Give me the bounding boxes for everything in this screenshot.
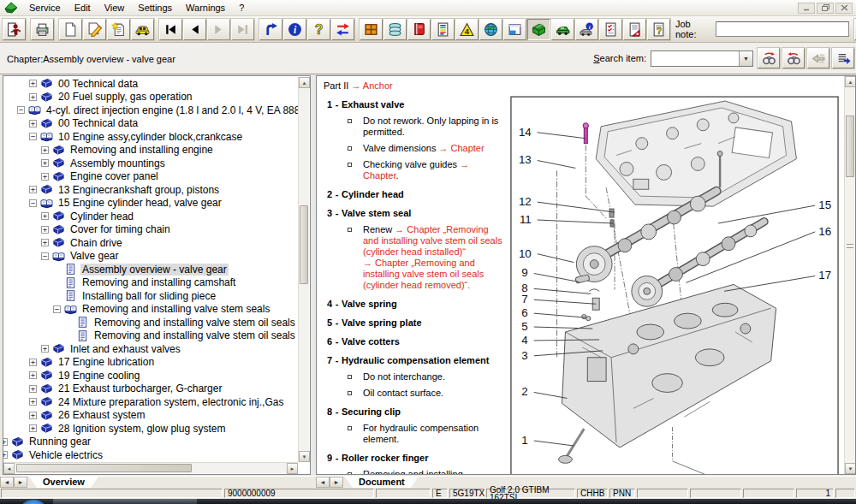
collapse-icon[interactable]: − — [29, 199, 37, 207]
expand-icon[interactable]: + — [29, 398, 37, 406]
scroll-left-icon[interactable]: ◄ — [3, 463, 15, 474]
nav-last-button[interactable] — [231, 19, 254, 40]
new-from-template-button[interactable] — [107, 19, 130, 40]
tree-item[interactable]: Removing and installing valve stem oil s… — [3, 316, 298, 329]
tab-scroll-right-icon[interactable]: ► — [330, 477, 343, 488]
tree-item[interactable]: Removing and installing valve stem oil s… — [3, 329, 298, 343]
scroll-right-icon[interactable]: ► — [287, 463, 298, 474]
tree-item[interactable]: +28 Ignition system, glow plug system — [3, 422, 298, 436]
tree-item[interactable]: Removing and installing camshaft — [3, 276, 298, 290]
expand-icon[interactable]: + — [41, 146, 49, 154]
info-button[interactable]: i — [283, 19, 306, 40]
tree-item[interactable]: −4-cyl. direct injection engine (1.8 l a… — [3, 104, 298, 117]
document-vertical-scrollbar[interactable]: ▲ ▼ — [844, 76, 855, 474]
expand-icon[interactable]: + — [29, 186, 37, 193]
menu-item-[interactable]: ? — [232, 1, 251, 15]
new-document-button[interactable] — [59, 19, 82, 40]
search-combobox[interactable]: ▼ — [651, 50, 753, 67]
restore-button[interactable] — [817, 3, 834, 14]
edit-document-button[interactable] — [83, 19, 106, 40]
expand-icon[interactable]: + — [41, 239, 49, 246]
start-button-icon[interactable] — [19, 500, 48, 504]
goto-list-button[interactable] — [832, 48, 854, 68]
collapse-icon[interactable]: − — [17, 106, 25, 114]
tree-item[interactable]: +Vehicle electrics — [3, 448, 298, 462]
tab-scroll-right-icon[interactable]: ► — [14, 477, 27, 488]
expand-icon[interactable]: + — [41, 212, 49, 220]
expand-icon[interactable]: + — [3, 438, 8, 446]
tree-item[interactable]: +19 Engine cooling — [3, 369, 298, 382]
tree-item[interactable]: +Cover for timing chain — [3, 223, 298, 237]
green-car-button[interactable] — [551, 19, 574, 40]
scrollbar-thumb[interactable] — [300, 205, 308, 284]
menu-item-service[interactable]: Service — [22, 1, 68, 15]
swap-button[interactable] — [331, 19, 354, 40]
scrollbar-thumb[interactable] — [846, 116, 854, 177]
scrollbar-thumb[interactable] — [16, 464, 192, 472]
menu-item-warnings[interactable]: Warnings — [179, 1, 232, 15]
collapse-icon[interactable]: − — [53, 305, 61, 313]
nav-first-button[interactable] — [159, 19, 182, 40]
taskbar-button[interactable] — [53, 499, 197, 504]
tree-vertical-scrollbar[interactable]: ▲ ▼ — [298, 77, 309, 462]
nav-prev-button[interactable] — [183, 19, 206, 40]
expand-icon[interactable]: + — [29, 424, 37, 432]
document-red-button[interactable] — [623, 19, 646, 40]
expand-icon[interactable]: + — [41, 226, 49, 234]
chapter-link[interactable]: → Chapter — [438, 143, 484, 153]
tree-item[interactable]: +Running gear — [3, 436, 298, 449]
tree-item[interactable]: Installing ball for sliding piece — [3, 289, 298, 303]
history-back-button[interactable] — [807, 48, 829, 68]
workshop-button[interactable] — [527, 19, 550, 40]
windows-taskbar[interactable] — [0, 499, 856, 504]
tree-item[interactable]: +Inlet and exhaust valves — [3, 342, 298, 356]
tree-item[interactable]: +21 Exhaust turbocharger, G-charger — [3, 382, 298, 396]
parts-catalog-button[interactable] — [360, 19, 383, 40]
expand-icon[interactable]: + — [29, 80, 37, 87]
window-button[interactable] — [503, 19, 526, 40]
tree-item[interactable]: +24 Mixture preparation system, electron… — [3, 395, 298, 409]
tree-item[interactable]: −15 Engine cylinder head, valve gear — [3, 197, 298, 210]
close-button[interactable] — [835, 3, 853, 14]
scroll-down-icon[interactable]: ▼ — [299, 451, 310, 462]
minimize-button[interactable] — [798, 3, 815, 14]
expand-icon[interactable]: + — [29, 371, 37, 379]
tree-item[interactable]: −Removing and installing valve stem seal… — [3, 303, 298, 317]
tree-item[interactable]: +Chain drive — [3, 236, 298, 250]
expand-icon[interactable]: + — [41, 159, 49, 167]
tree-item[interactable]: +Assembly mountings — [3, 157, 298, 170]
combobox-dropdown-icon[interactable]: ▼ — [739, 51, 752, 66]
tree-item[interactable]: +20 Fuel supply, gas operation — [3, 91, 298, 104]
vehicle-info-button[interactable]: i — [575, 19, 598, 40]
expand-icon[interactable]: + — [29, 359, 37, 366]
menu-item-view[interactable]: View — [98, 1, 132, 15]
vehicle-button[interactable] — [131, 19, 154, 40]
scroll-up-icon[interactable]: ▲ — [299, 77, 310, 88]
document-help-button[interactable]: ? — [647, 19, 670, 40]
globe-button[interactable] — [479, 19, 502, 40]
tree-item[interactable]: +26 Exhaust system — [3, 409, 298, 423]
tree-item[interactable]: +Removing and installing engine — [3, 144, 298, 157]
warning-button[interactable]: 4 — [455, 19, 479, 40]
print-button[interactable] — [31, 19, 54, 40]
expand-icon[interactable]: + — [29, 412, 37, 419]
menu-item-settings[interactable]: Settings — [131, 1, 179, 15]
return-button[interactable] — [259, 19, 282, 40]
tree-item[interactable]: −Valve gear — [3, 250, 298, 264]
nav-next-button[interactable] — [207, 19, 230, 40]
manual-button[interactable] — [407, 19, 431, 40]
job-note-input[interactable] — [716, 21, 849, 37]
expand-icon[interactable]: + — [29, 120, 37, 127]
scroll-down-icon[interactable]: ▼ — [845, 463, 856, 474]
tab-document[interactable]: Document — [345, 477, 419, 488]
tab-overview[interactable]: Overview — [29, 477, 98, 488]
search-input[interactable] — [651, 51, 739, 66]
anchor-link[interactable]: → Anchor — [351, 80, 392, 91]
tree-horizontal-scrollbar[interactable]: ◄ ► — [3, 462, 298, 473]
wiring-list-button[interactable] — [431, 19, 455, 40]
expand-icon[interactable]: + — [29, 93, 37, 101]
tree-item[interactable]: +Engine cover panel — [3, 170, 298, 184]
service-stack-button[interactable] — [383, 19, 407, 40]
help-button[interactable]: ? — [307, 19, 330, 40]
expand-icon[interactable]: + — [41, 173, 49, 181]
